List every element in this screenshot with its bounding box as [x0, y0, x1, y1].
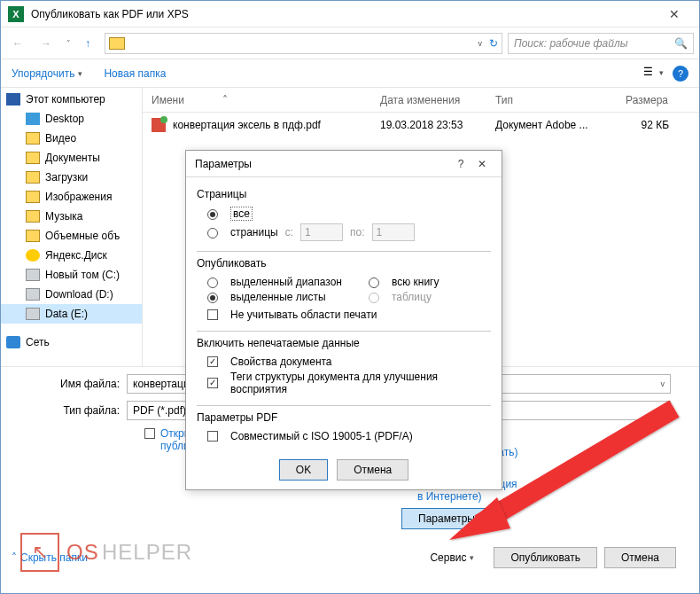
tree-item[interactable]: Новый том (C:)	[1, 265, 142, 285]
page-to-input[interactable]: 1	[372, 223, 415, 241]
address-bar[interactable]: v ↻	[105, 33, 502, 54]
file-row[interactable]: конвертация эксель в пдф.pdf 19.03.2018 …	[143, 113, 699, 137]
nav-history-dropdown[interactable]: ˅	[66, 39, 71, 48]
nav-forward-button[interactable]: →	[35, 33, 58, 54]
help-button[interactable]: ?	[673, 66, 688, 82]
params-button[interactable]: Параметры...	[401, 508, 501, 529]
modal-close-icon[interactable]: ✕	[471, 158, 493, 170]
tree-item[interactable]: Desktop	[1, 109, 142, 129]
nav-back-button[interactable]: ←	[6, 33, 29, 54]
tree-item[interactable]: Сеть	[1, 332, 142, 352]
watermark-icon: ↖	[20, 533, 59, 572]
selected-sheets-radio[interactable]: выделенные листы	[207, 291, 342, 303]
refresh-icon[interactable]: ↻	[489, 37, 498, 50]
iso-compat-checkbox[interactable]: Совместимый с ISO 19005-1 (PDF/A)	[207, 430, 491, 442]
options-dialog: Параметры ? ✕ Страницы все страницы с: 1…	[185, 150, 502, 490]
tree-item[interactable]: Документы	[1, 148, 142, 168]
filename-label: Имя файла:	[12, 378, 127, 390]
tree-item[interactable]: Видео	[1, 129, 142, 148]
col-name[interactable]: Имени ˄	[143, 94, 371, 106]
col-type[interactable]: Тип	[486, 94, 602, 106]
new-folder-button[interactable]: Новая папка	[104, 67, 166, 80]
search-placeholder: Поиск: рабочие файлы	[514, 37, 674, 50]
col-date[interactable]: Дата изменения	[371, 94, 486, 106]
selected-range-radio[interactable]: выделенный диапазон	[207, 276, 342, 288]
pages-group: Страницы	[197, 188, 491, 200]
toolbar: Упорядочить ▾ Новая папка ☰ ▾ ?	[1, 59, 699, 88]
nav-up-button[interactable]: ↑	[76, 33, 99, 54]
page-from-input[interactable]: 1	[300, 223, 343, 241]
navigation-bar: ← → ˅ ↑ v ↻ Поиск: рабочие файлы 🔍	[1, 27, 699, 59]
whole-book-radio[interactable]: всю книгу	[369, 276, 439, 288]
modal-help-icon[interactable]: ?	[450, 158, 471, 170]
tree-item[interactable]: Загрузки	[1, 168, 142, 187]
modal-cancel-button[interactable]: Отмена	[337, 459, 408, 481]
tools-dropdown[interactable]: Сервис ▾	[430, 551, 474, 564]
tree-item[interactable]: Яндекс.Диск	[1, 246, 142, 265]
doc-properties-checkbox[interactable]: Свойства документа	[207, 356, 491, 368]
tree-item[interactable]: Download (D:)	[1, 285, 142, 304]
folder-icon	[109, 37, 125, 50]
table-radio: таблицу	[369, 291, 439, 303]
publish-button[interactable]: Опубликовать	[494, 547, 596, 568]
close-button[interactable]: ✕	[657, 4, 692, 25]
tree-item[interactable]: Data (E:)	[1, 304, 142, 324]
cancel-button[interactable]: Отмена	[604, 547, 676, 568]
window-titlebar: X Опубликовать как PDF или XPS ✕	[1, 1, 699, 27]
ignore-print-areas-checkbox[interactable]: Не учитывать области печати	[207, 309, 491, 321]
address-dropdown-icon[interactable]: v	[478, 39, 483, 48]
excel-icon: X	[8, 6, 24, 22]
modal-title: Параметры	[195, 158, 450, 170]
publish-group: Опубликовать	[197, 257, 491, 270]
pages-range-radio[interactable]	[207, 228, 218, 238]
col-size[interactable]: Размера	[602, 94, 681, 106]
window-title: Опубликовать как PDF или XPS	[31, 8, 657, 20]
search-input[interactable]: Поиск: рабочие файлы 🔍	[508, 33, 694, 54]
column-headers[interactable]: Имени ˄ Дата изменения Тип Размера	[143, 88, 699, 113]
watermark: ↖ OS HELPER	[20, 533, 192, 572]
pdf-params-group: Параметры PDF	[197, 411, 491, 424]
modal-ok-button[interactable]: OK	[279, 459, 328, 481]
pdf-icon	[152, 118, 166, 132]
tree-item[interactable]: Музыка	[1, 207, 142, 226]
organize-button[interactable]: Упорядочить ▾	[12, 67, 82, 80]
view-button[interactable]: ☰ ▾	[643, 66, 664, 82]
search-icon: 🔍	[674, 37, 688, 50]
filetype-label: Тип файла:	[12, 404, 127, 417]
pages-all-radio[interactable]: все	[207, 207, 491, 221]
structure-tags-checkbox[interactable]: Теги структуры документа для улучшения в…	[207, 371, 491, 395]
nonprint-group: Включить непечатаемые данные	[197, 337, 491, 349]
tree-item[interactable]: Объемные объ	[1, 226, 142, 246]
tree-item[interactable]: Этот компьютер	[1, 90, 142, 109]
tree-item[interactable]: Изображения	[1, 187, 142, 207]
